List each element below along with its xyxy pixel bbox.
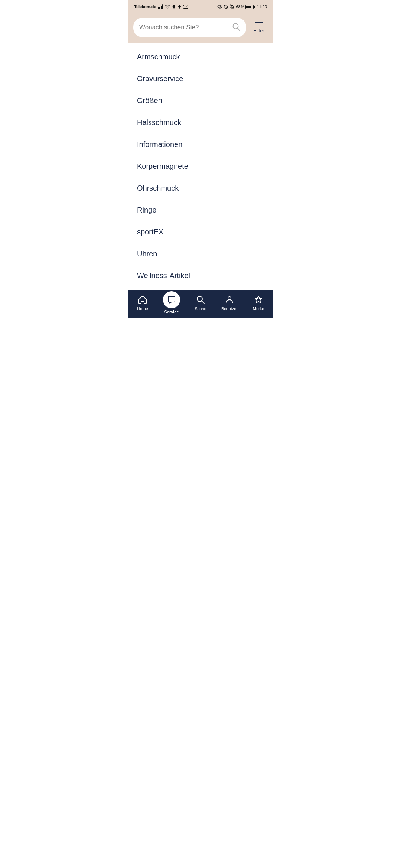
status-left: Telekom.de	[134, 4, 188, 9]
suche-icon	[195, 295, 206, 305]
category-list: ArmschmuckGravurserviceGrößenHalsschmuck…	[128, 43, 273, 290]
nav-benutzer[interactable]: Benutzer	[215, 295, 244, 311]
eye-icon	[217, 5, 222, 9]
category-item-halsschmuck[interactable]: Halsschmuck	[128, 112, 273, 134]
benutzer-icon	[224, 295, 235, 305]
category-item-ohrschmuck[interactable]: Ohrschmuck	[128, 177, 273, 199]
battery-percent: 68%	[236, 4, 244, 9]
search-area: Filter	[128, 13, 273, 43]
nav-service-label: Service	[164, 310, 179, 314]
status-bar: Telekom.de	[128, 0, 273, 13]
merke-icon	[253, 295, 264, 305]
home-icon	[137, 295, 148, 305]
nav-merke[interactable]: Merke	[244, 295, 273, 311]
filter-button[interactable]: Filter	[250, 22, 268, 33]
nav-suche[interactable]: Suche	[186, 295, 215, 311]
category-item-koerpermagnete[interactable]: Körpermagnete	[128, 155, 273, 177]
nav-benutzer-label: Benutzer	[221, 306, 238, 311]
carrier-label: Telekom.de	[134, 4, 156, 9]
nav-home-label: Home	[137, 306, 148, 311]
filter-icon	[255, 22, 263, 26]
wifi-icon	[165, 5, 170, 9]
search-box[interactable]	[133, 18, 246, 37]
status-right: 68% 11:20	[217, 4, 267, 9]
nav-home[interactable]: Home	[128, 295, 157, 311]
nav-suche-label: Suche	[195, 306, 206, 311]
svg-line-4	[238, 28, 240, 30]
category-item-sportex[interactable]: sportEX	[128, 221, 273, 243]
battery-icon	[245, 5, 255, 9]
time-label: 11:20	[257, 4, 267, 9]
svg-point-7	[228, 297, 231, 300]
search-icon[interactable]	[232, 23, 240, 33]
category-item-ringe[interactable]: Ringe	[128, 199, 273, 221]
arrow-up-icon	[177, 4, 182, 9]
snapchat-icon	[172, 4, 176, 9]
category-item-informationen[interactable]: Informationen	[128, 134, 273, 155]
category-item-wellness[interactable]: Wellness-Artikel	[128, 265, 273, 287]
gmail-icon	[183, 5, 188, 9]
signal-icon	[158, 4, 163, 9]
alarm-icon	[224, 4, 228, 9]
svg-line-6	[202, 301, 205, 304]
service-bubble	[163, 291, 180, 308]
category-item-gravurservice[interactable]: Gravurservice	[128, 68, 273, 90]
bottom-nav: Home Service Suche Benutzer	[128, 290, 273, 318]
category-item-armschmuck[interactable]: Armschmuck	[128, 46, 273, 68]
category-item-groessen[interactable]: Größen	[128, 90, 273, 112]
search-input[interactable]	[139, 24, 232, 31]
filter-label: Filter	[254, 28, 264, 33]
nav-merke-label: Merke	[253, 306, 264, 311]
nav-service[interactable]: Service	[157, 291, 186, 314]
category-item-uhren[interactable]: Uhren	[128, 243, 273, 265]
bell-slash-icon	[230, 4, 234, 9]
svg-point-1	[219, 6, 221, 7]
